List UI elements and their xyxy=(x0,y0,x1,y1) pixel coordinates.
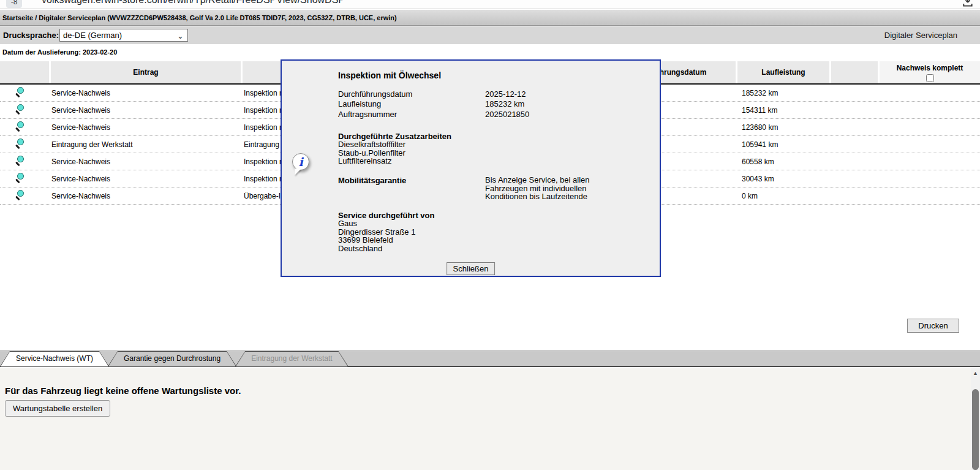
mileage-cell: 0 km xyxy=(737,192,831,200)
mobility-label: Mobilitätsgarantie xyxy=(338,176,406,185)
breadcrumb: Startseite / Digitaler Serviceplan (WVWZ… xyxy=(0,10,980,26)
scrollbar-thumb[interactable] xyxy=(972,389,979,470)
tab-service-nachweis-wt[interactable]: Service-Nachweis (WT) xyxy=(0,351,109,366)
magnifier-icon[interactable] xyxy=(15,173,24,183)
browser-address-bar[interactable]: -8 volkswagen.erwin-store.com/erwin/Tp/R… xyxy=(0,0,980,9)
tab-bar: Service-Nachweis (WT) Garantie gegen Dur… xyxy=(0,351,980,367)
delivery-date: Datum der Auslieferung: 2023-02-20 xyxy=(2,48,117,56)
tab-eintragung-der-werkstatt: Eintragung der Werkstatt xyxy=(235,351,349,366)
entry-cell: Service-Nachweis xyxy=(51,123,243,132)
erwin-dsp-page: -8 volkswagen.erwin-store.com/erwin/Tp/R… xyxy=(0,0,980,470)
field-value: 2025021850 xyxy=(485,110,529,119)
magnifier-icon[interactable] xyxy=(15,87,24,97)
mobility-value: Bis Anzeige Service, bei allen Fahrzeuge… xyxy=(485,176,590,201)
proof-complete-checkbox[interactable] xyxy=(926,74,934,82)
magnifier-icon[interactable] xyxy=(15,121,24,132)
entry-cell: Service-Nachweis xyxy=(51,106,243,115)
magnifier-icon[interactable] xyxy=(15,104,24,115)
print-language-label: Drucksprache: xyxy=(3,31,59,40)
header-proof-complete: Nachweis komplett xyxy=(880,61,980,83)
maintenance-panel: Für das Fahrzeug liegt keine offene Wart… xyxy=(0,368,980,470)
extras-list: Dieselkraftstofffilter Staub-u.Pollenfil… xyxy=(338,140,405,165)
field-label: Durchführungsdatum xyxy=(338,89,412,99)
vertical-scrollbar[interactable]: ▲ xyxy=(971,368,980,470)
create-maintenance-table-button[interactable]: Wartungstabelle erstellen xyxy=(5,400,110,417)
dialog-title: Inspektion mit Ölwechsel xyxy=(338,70,441,80)
provider-address: Gaus Dingerdisser Straße 1 33699 Bielefe… xyxy=(338,219,415,252)
entry-cell: Eintragung der Werkstatt xyxy=(51,140,243,149)
chevron-down-icon: ⌄ xyxy=(177,30,184,42)
field-value: 185232 km xyxy=(485,99,524,108)
magnifier-icon[interactable] xyxy=(15,156,24,166)
mileage-cell: 30043 km xyxy=(737,175,831,183)
magnifier-icon[interactable] xyxy=(15,190,24,200)
mileage-cell: 185232 km xyxy=(737,89,831,97)
header-entry: Eintrag xyxy=(51,61,241,83)
field-label: Laufleistung xyxy=(338,99,381,108)
close-button[interactable]: Schließen xyxy=(447,262,496,275)
mileage-cell: 60558 km xyxy=(737,157,831,166)
info-icon: i xyxy=(292,153,313,176)
download-icon[interactable] xyxy=(962,0,974,8)
print-language-select[interactable]: de-DE (German) ⌄ xyxy=(59,29,188,42)
mileage-cell: 154311 km xyxy=(737,106,831,115)
mileage-cell: 123680 km xyxy=(737,123,831,132)
page-title: Digitaler Serviceplan xyxy=(884,31,957,40)
header-icon-col xyxy=(0,61,49,83)
entry-cell: Service-Nachweis xyxy=(51,89,243,97)
mileage-cell: 105941 km xyxy=(737,140,831,149)
header-empty xyxy=(831,61,878,83)
url-text[interactable]: volkswagen.erwin-store.com/erwin/Tp/Reta… xyxy=(42,0,345,6)
no-maintenance-message: Für das Fahrzeug liegt keine offene Wart… xyxy=(5,385,241,396)
field-value: 2025-12-12 xyxy=(485,89,526,99)
toolbar: Drucksprache: de-DE (German) ⌄ Digitaler… xyxy=(0,26,980,44)
scroll-up-arrow-icon[interactable]: ▲ xyxy=(971,368,980,378)
entry-cell: Service-Nachweis xyxy=(51,192,243,200)
header-mileage: Laufleistung xyxy=(737,61,829,83)
field-label: Auftragsnummer xyxy=(338,110,397,119)
magnifier-icon[interactable] xyxy=(15,138,24,149)
entry-cell: Service-Nachweis xyxy=(51,157,243,166)
print-language-selected: de-DE (German) xyxy=(63,31,122,40)
print-button[interactable]: Drucken xyxy=(907,319,959,333)
browser-tab-badge: -8 xyxy=(6,0,22,8)
service-detail-dialog: Inspektion mit Ölwechsel Durchführungsda… xyxy=(281,59,661,277)
tab-garantie-gegen-durchrostung[interactable]: Garantie gegen Durchrostung xyxy=(108,351,236,366)
entry-cell: Service-Nachweis xyxy=(51,175,243,183)
